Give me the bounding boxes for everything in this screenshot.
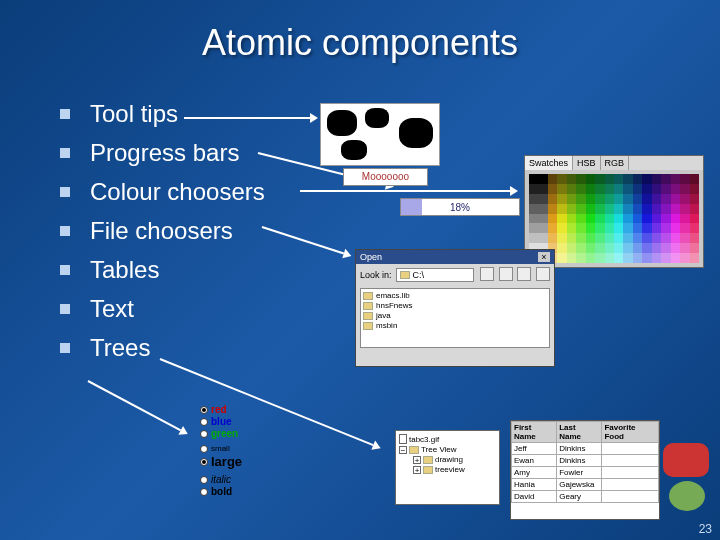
file-chooser[interactable]: Open × Look in: C:\ emacs.lib hnsFnews j…	[355, 249, 555, 367]
collapse-icon[interactable]: −	[399, 446, 407, 454]
slide-number: 23	[699, 522, 712, 536]
file-chooser-buttons	[478, 267, 550, 283]
progress-label: 18%	[401, 199, 519, 217]
file-icon	[399, 434, 407, 444]
style-option[interactable]: bold	[200, 486, 265, 497]
table-cell: Gajewska	[557, 479, 602, 491]
bullet-text: Trees	[90, 334, 150, 362]
size-option[interactable]: small	[200, 444, 265, 453]
table-row[interactable]: HaniaGajewska	[512, 479, 659, 491]
tree-label: Tree View	[421, 445, 457, 454]
tab-swatches[interactable]: Swatches	[525, 156, 573, 170]
table-header[interactable]: Favorite Food	[602, 422, 659, 443]
radio-icon	[200, 476, 208, 484]
table-row[interactable]: EwanDinkins	[512, 455, 659, 467]
tree-item[interactable]: −Tree View	[399, 445, 496, 454]
tab-rgb[interactable]: RGB	[601, 156, 630, 170]
arrow-icon	[88, 380, 182, 431]
table-row[interactable]: DavidGeary	[512, 491, 659, 503]
bullet-item: Tables	[60, 256, 265, 284]
bullet-icon	[60, 187, 70, 197]
lookin-combo[interactable]: C:\	[396, 268, 475, 282]
folder-icon	[423, 466, 433, 474]
table-cell	[602, 491, 659, 503]
file-item[interactable]: emacs.lib	[363, 291, 547, 300]
arrow-icon	[300, 190, 510, 192]
close-icon[interactable]: ×	[538, 252, 550, 262]
tab-hsb[interactable]: HSB	[573, 156, 601, 170]
table-cell	[602, 467, 659, 479]
lookin-row: Look in: C:\	[356, 264, 554, 286]
folder-icon	[363, 292, 373, 300]
list-view-icon[interactable]	[517, 267, 531, 281]
lookin-label: Look in:	[360, 270, 392, 280]
radio-icon	[200, 458, 208, 466]
option-label: small	[211, 444, 230, 453]
radio-icon	[200, 406, 208, 414]
arrow-icon	[160, 358, 374, 446]
bullet-text: Text	[90, 295, 134, 323]
bullet-item: Colour choosers	[60, 178, 265, 206]
color-option[interactable]: blue	[200, 416, 265, 427]
option-label: blue	[211, 416, 232, 427]
color-option[interactable]: green	[200, 428, 265, 439]
arrow-icon	[262, 226, 344, 254]
table-header[interactable]: Last Name	[557, 422, 602, 443]
option-label: green	[211, 428, 238, 439]
up-folder-icon[interactable]	[480, 267, 494, 281]
tree-label: treeview	[435, 465, 465, 474]
size-option[interactable]: large	[200, 454, 265, 469]
table-cell: Amy	[512, 467, 557, 479]
table-cell: Dinkins	[557, 455, 602, 467]
bullet-item: File choosers	[60, 217, 265, 245]
new-folder-icon[interactable]	[499, 267, 513, 281]
data-table[interactable]: First Name Last Name Favorite Food JeffD…	[510, 420, 660, 520]
bullet-item: Text	[60, 295, 265, 323]
file-item[interactable]: hnsFnews	[363, 301, 547, 310]
folder-icon	[423, 456, 433, 464]
tree-item[interactable]: tabc3.gif	[399, 434, 496, 444]
style-option[interactable]: italic	[200, 474, 265, 485]
folder-icon	[363, 312, 373, 320]
file-chooser-title: Open	[360, 252, 382, 262]
color-chooser-tabs: Swatches HSB RGB	[525, 156, 703, 170]
tree-item[interactable]: +drawing	[399, 455, 496, 464]
tree-view[interactable]: tabc3.gif −Tree View +drawing +treeview	[395, 430, 500, 505]
table-cell	[602, 479, 659, 491]
file-list[interactable]: emacs.lib hnsFnews java msbin	[360, 288, 550, 348]
file-name: msbin	[376, 321, 397, 330]
slide-title: Atomic components	[0, 0, 720, 64]
bullet-text: File choosers	[90, 217, 233, 245]
table-row[interactable]: AmyFowler	[512, 467, 659, 479]
bullet-list: Tool tips Progress bars Colour choosers …	[60, 100, 265, 373]
fruit-image	[663, 443, 711, 513]
radio-icon	[200, 418, 208, 426]
table-header[interactable]: First Name	[512, 422, 557, 443]
table-cell: Hania	[512, 479, 557, 491]
table-header-row: First Name Last Name Favorite Food	[512, 422, 659, 443]
tooltip-example: Mooooooo	[343, 168, 428, 186]
table-row[interactable]: JeffDinkins	[512, 443, 659, 455]
bullet-icon	[60, 148, 70, 158]
tree-label: drawing	[435, 455, 463, 464]
detail-view-icon[interactable]	[536, 267, 550, 281]
arrow-icon	[184, 117, 310, 119]
file-item[interactable]: msbin	[363, 321, 547, 330]
radio-icon	[200, 445, 208, 453]
expand-icon[interactable]: +	[413, 456, 421, 464]
tree-item[interactable]: +treeview	[399, 465, 496, 474]
bullet-icon	[60, 109, 70, 119]
expand-icon[interactable]: +	[413, 466, 421, 474]
tree-label: tabc3.gif	[409, 435, 439, 444]
folder-icon	[363, 322, 373, 330]
table-cell: Ewan	[512, 455, 557, 467]
progress-bar: 18%	[400, 198, 520, 216]
table-cell: David	[512, 491, 557, 503]
color-option[interactable]: red	[200, 404, 265, 415]
lookin-value: C:\	[413, 270, 425, 280]
bullet-item: Tool tips	[60, 100, 265, 128]
bullet-text: Colour choosers	[90, 178, 265, 206]
file-item[interactable]: java	[363, 311, 547, 320]
file-chooser-titlebar: Open ×	[356, 250, 554, 264]
option-label: red	[211, 404, 227, 415]
